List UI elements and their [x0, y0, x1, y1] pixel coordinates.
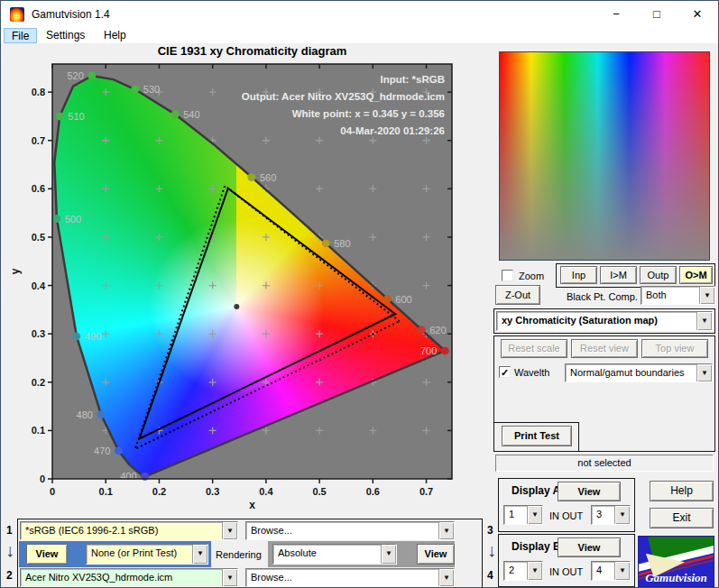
- plot-annotation: Output: Acer Nitro XV253Q_hdrmode.icm: [242, 91, 445, 102]
- black-pt-comp-select[interactable]: Both ▼: [641, 286, 715, 305]
- grid-cross: [263, 330, 270, 337]
- browse-output-select[interactable]: Browse... ▼: [245, 568, 455, 587]
- view-left-button[interactable]: View: [26, 544, 68, 565]
- input-profile-select[interactable]: *sRGB (IEC6 1996-2.1 sRGB) ▼: [20, 521, 238, 540]
- y-tick-label: 0.2: [32, 377, 45, 388]
- display-b-out-select[interactable]: 4 ▼: [591, 561, 631, 581]
- grid-cross: [423, 379, 430, 386]
- app-icon: [10, 7, 24, 22]
- wavelength-dot: [322, 239, 330, 247]
- display-a-title: Display A: [512, 484, 560, 497]
- exit-button[interactable]: Exit: [650, 508, 714, 528]
- view-right-button[interactable]: View: [417, 544, 455, 565]
- y-tick-label: 0.7: [32, 135, 45, 146]
- dropdown-arrow-icon: ▼: [438, 522, 454, 539]
- y-axis-label: y: [9, 268, 22, 274]
- display-b-title: Display B: [512, 540, 561, 553]
- dropdown-arrow-icon: ▼: [222, 569, 237, 586]
- rendering-intent-select[interactable]: Absolute ▼: [272, 544, 397, 565]
- display-a-inout-label: IN OUT: [549, 510, 583, 521]
- minimize-button[interactable]: −: [602, 1, 631, 28]
- menu-settings[interactable]: Settings: [39, 28, 92, 43]
- output-profile-select[interactable]: Acer Nitro XV253Q_hdrmode.icm ▼: [20, 568, 238, 587]
- grid-cross: [369, 234, 376, 241]
- window-title: Gamutvision 1.4: [32, 8, 110, 21]
- grid-cross: [369, 137, 376, 144]
- print-test-button[interactable]: Print Test: [502, 426, 572, 446]
- grid-cross: [263, 234, 270, 241]
- saturation-map-preview: [499, 51, 710, 261]
- grid-cross: [209, 379, 217, 386]
- chromaticity-plot[interactable]: 4004704804905005105205305405605806006207…: [1, 43, 493, 519]
- inp-button[interactable]: Inp: [560, 266, 597, 284]
- display-a-view-button[interactable]: View: [558, 482, 621, 501]
- o-to-m-button[interactable]: O>M: [679, 266, 713, 284]
- dropdown-arrow-icon: ▼: [192, 545, 207, 564]
- wavelength-dot: [171, 110, 180, 118]
- grid-cross: [316, 330, 323, 337]
- x-tick-label: 0.4: [259, 486, 273, 497]
- grid-cross: [102, 88, 109, 96]
- slot-4-label: 4: [487, 569, 493, 582]
- dropdown-arrow-icon: ▼: [438, 569, 454, 586]
- wavelength-dot: [52, 215, 60, 223]
- menu-help[interactable]: Help: [97, 28, 134, 43]
- reset-scale-button[interactable]: Reset scale: [501, 339, 567, 358]
- top-view-button[interactable]: Top view: [641, 339, 708, 358]
- plot-annotation: 04-Mar-2020 01:29:26: [340, 125, 445, 136]
- i-to-m-button[interactable]: I>M: [600, 266, 637, 284]
- zoom-checkbox[interactable]: [502, 270, 513, 281]
- flow-down-arrow-left: ↓: [5, 540, 14, 561]
- grid-cross: [102, 234, 109, 241]
- outp-button[interactable]: Outp: [640, 266, 677, 284]
- wavelth-checkbox[interactable]: ✓: [499, 366, 511, 378]
- dropdown-arrow-icon: ▼: [614, 506, 630, 524]
- x-tick-label: 0.1: [99, 486, 113, 497]
- grid-cross: [263, 282, 270, 289]
- dropdown-arrow-icon: ▼: [527, 506, 542, 524]
- grid-cross: [423, 427, 430, 434]
- menu-file[interactable]: File: [4, 28, 37, 43]
- maximize-button[interactable]: □: [642, 1, 671, 28]
- grid-cross: [316, 137, 323, 144]
- x-tick-label: 0.7: [419, 486, 433, 497]
- grid-cross: [209, 427, 217, 434]
- boundaries-select[interactable]: Normal/gamut boundaries ▼: [565, 363, 713, 382]
- wavelength-dot: [72, 332, 80, 340]
- z-out-button[interactable]: Z-Out: [495, 285, 540, 305]
- help-button[interactable]: Help: [650, 481, 714, 501]
- wavelength-label: 540: [183, 109, 199, 120]
- display-a-in-select[interactable]: 1 ▼: [503, 505, 543, 525]
- view-mode-select[interactable]: xy Chromaticity (Saturation map) ▼: [496, 311, 713, 331]
- wavelength-label: 620: [429, 325, 446, 335]
- grid-cross: [155, 137, 162, 144]
- grid-cross: [316, 427, 323, 434]
- reset-view-button[interactable]: Reset view: [571, 339, 638, 358]
- wavelength-label: 480: [77, 409, 93, 420]
- display-b-view-button[interactable]: View: [558, 537, 621, 557]
- grid-cross: [423, 185, 430, 192]
- x-tick-label: 0: [50, 486, 55, 497]
- wavelength-label: 600: [395, 294, 411, 305]
- print-test-pattern-select[interactable]: None (or Print Test) ▼: [86, 544, 208, 565]
- zoom-label: Zoom: [519, 271, 544, 281]
- wavelength-dot: [56, 112, 64, 120]
- rendering-label: Rendering: [216, 549, 262, 560]
- black-pt-comp-label: Black Pt. Comp.: [567, 291, 638, 302]
- grid-cross: [209, 88, 217, 96]
- display-a-out-select[interactable]: 3 ▼: [591, 505, 631, 525]
- display-b-in-select[interactable]: 2 ▼: [503, 561, 543, 581]
- wavelength-dot: [418, 326, 426, 334]
- y-tick-label: 0.4: [32, 280, 46, 291]
- app-window: Gamutvision 1.4 − □ ✕ File Settings Help…: [0, 0, 719, 588]
- grid-cross: [316, 282, 323, 289]
- output-gamut-triangle: [140, 188, 396, 439]
- flow-down-arrow-right: ↓: [487, 540, 496, 561]
- wavelength-label: 510: [68, 111, 84, 122]
- close-button[interactable]: ✕: [683, 1, 712, 28]
- browse-input-select[interactable]: Browse... ▼: [245, 521, 455, 540]
- wavelength-label: 500: [65, 214, 81, 225]
- grid-cross: [102, 185, 109, 192]
- wavelength-dot: [441, 346, 449, 354]
- grid-cross: [209, 330, 217, 337]
